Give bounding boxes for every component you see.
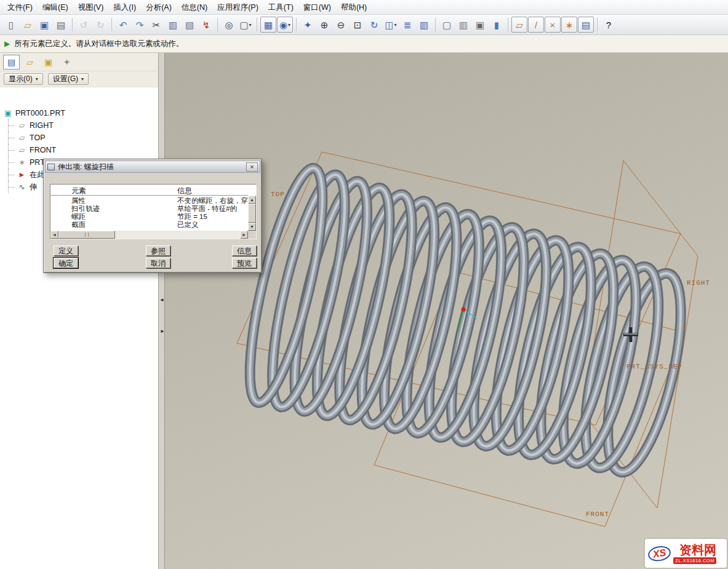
element-row[interactable]: 扫引轨迹 草绘平面 - 特征#的 [50,205,248,213]
references-button[interactable]: 参照 [146,245,170,256]
regenerate-button[interactable]: ↯ [198,17,214,33]
undo-button[interactable]: ↶ [115,17,131,33]
display-shaded-button[interactable]: ▮ [489,17,505,33]
datum-csys-toggle-button[interactable]: ∗ [561,17,577,33]
datum-label-front[interactable]: FRONT [586,511,609,518]
selection-filter-button[interactable]: ▦ [260,17,276,33]
menu-item[interactable]: 视图(V) [73,0,109,15]
zoom-out-button[interactable]: ⊖ [333,17,349,33]
tree-item-label: RIGHT [30,121,54,130]
display-hidden-line-button[interactable]: ▥ [455,17,471,33]
element-row[interactable]: 属性 不变的螺距，右旋，穿 [50,197,248,205]
csys-origin-point [462,308,466,312]
refit-button[interactable]: ⊡ [350,17,366,33]
tree-item-icon: ∗ [17,158,26,167]
element-name: 螺距 [71,213,86,221]
panel-splitter[interactable]: ◄ ► [159,53,165,569]
ok-button[interactable]: 确定 [54,258,78,268]
select-box-button[interactable]: ▢▾ [238,17,254,33]
tree-item-icon: ▱ [17,146,26,154]
scroll-up-icon[interactable]: ▲ [248,196,256,204]
tree-controls: 显示(0) ▾ 设置(G) ▾ [0,71,158,87]
datum-label-csys[interactable]: PRT_CSYS_DEF [626,363,682,370]
menu-item[interactable]: 工具(T) [263,0,298,15]
menu-item[interactable]: 文件(F) [2,0,38,15]
element-row[interactable]: 螺距 节距 = 15 [50,213,248,221]
display-hidden-line-icon: ▥ [459,20,468,30]
new-file-button[interactable]: ▯ [3,17,19,33]
vertical-scrollbar[interactable]: ▲ ▼ [248,196,256,231]
info-button[interactable]: 信息 [232,245,257,256]
view-manager-button[interactable]: ▥ [416,17,432,33]
horizontal-scroll-thumb[interactable] [58,231,115,239]
copy-button[interactable]: ▥ [165,17,181,33]
element-row[interactable]: 截面 已定义 [50,221,248,229]
paste-button[interactable]: ▧ [182,17,198,33]
annotation-toggle-button[interactable]: ▤ [578,17,594,33]
toolbar-separator [296,18,297,31]
show-dropdown-button[interactable]: 显示(0) ▾ [4,73,43,85]
spin-center-button[interactable]: ✦ [300,17,316,33]
saved-views-button[interactable]: ◫▾ [383,17,399,33]
menu-bar: 文件(F)编辑(E)视图(V)插入(I)分析(A)信息(N)应用程序(P)工具(… [0,0,728,15]
toolbar-separator [257,18,257,31]
datum-axis-toggle-icon: / [535,20,537,30]
menu-item[interactable]: 窗口(W) [298,0,336,15]
vertical-scroll-thumb[interactable] [248,204,256,223]
display-no-hidden-button[interactable]: ▣ [472,17,488,33]
define-button[interactable]: 定义 [54,245,78,256]
scroll-down-icon[interactable]: ▼ [248,223,256,231]
cut-button[interactable]: ✂ [148,17,164,33]
context-help-button[interactable]: ? [601,17,617,33]
tree-item-top[interactable]: ▱ TOP [0,132,158,144]
settings-dropdown-button[interactable]: 设置(G) ▾ [48,73,89,85]
cancel-button[interactable]: 取消 [146,258,170,268]
graphics-viewport[interactable]: TOP RIGHT FRONT PRT_CSYS_DEF [165,53,728,569]
delete-old-versions-button[interactable]: ↻ [92,17,108,33]
menu-item[interactable]: 分析(A) [141,0,177,15]
menu-item[interactable]: 帮助(H) [336,0,372,15]
menu-item[interactable]: 信息(N) [177,0,212,15]
layers-button[interactable]: ≣ [399,17,415,33]
scroll-left-icon[interactable]: ◄ [50,231,58,239]
tree-item-right[interactable]: ▱ RIGHT [0,119,158,132]
connections-tab[interactable]: ✦ [58,55,75,70]
collapse-panel-icon[interactable]: ◄ [159,298,164,303]
datum-point-toggle-button[interactable]: × [545,17,561,33]
redo-button[interactable]: ↷ [132,17,148,33]
chevron-down-icon: ▾ [36,76,38,82]
reorient-view-button[interactable]: ↻ [366,17,382,33]
display-wireframe-button[interactable]: ▢ [439,17,455,33]
expand-panel-icon[interactable]: ► [160,329,165,334]
model-tree-tab[interactable]: ▤ [3,55,20,70]
open-file-button[interactable]: ▱ [20,17,36,33]
find-button[interactable]: ◎ [221,17,237,33]
tree-root-part[interactable]: ▣ PRT0001.PRT [0,107,158,119]
close-button[interactable]: × [246,162,258,172]
zoom-in-button[interactable]: ⊕ [316,17,332,33]
close-icon: × [250,163,254,170]
menu-item[interactable]: 编辑(E) [38,0,73,15]
part-icon: ▣ [4,109,12,117]
datum-axis-toggle-button[interactable]: / [528,17,544,33]
dialog-titlebar[interactable]: 伸出项: 螺旋扫描 × [45,161,260,173]
helical-spring-model[interactable] [235,163,695,479]
datum-label-top[interactable]: TOP [271,191,285,198]
scroll-right-icon[interactable]: ► [240,231,248,239]
tree-item-front[interactable]: ▱ FRONT [0,144,158,156]
save-file-button[interactable]: ▣ [36,17,52,33]
datum-label-right[interactable]: RIGHT [687,279,710,287]
horizontal-scrollbar[interactable]: ◄ ► [50,231,248,239]
model-canvas[interactable] [165,53,728,569]
menu-item[interactable]: 应用程序(P) [212,0,263,15]
folder-browser-tab[interactable]: ▱ [22,55,38,70]
smart-select-button[interactable]: ◉▾ [277,17,293,33]
preview-button[interactable]: 预览 [232,258,257,268]
favorites-tab[interactable]: ▣ [40,55,57,70]
menu-item[interactable]: 插入(I) [108,0,141,15]
print-button[interactable]: ▤ [53,17,69,33]
cut-icon: ✂ [153,20,161,30]
datum-plane-toggle-button[interactable]: ▱ [511,17,527,33]
erase-display-button[interactable]: ↺ [76,17,92,33]
display-shaded-icon: ▮ [494,20,499,30]
